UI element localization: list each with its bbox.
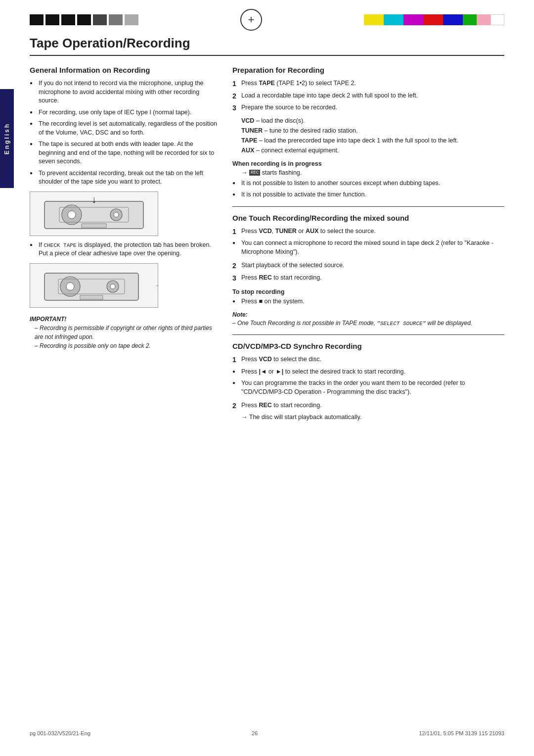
prep-section-title: Preparation for Recording <box>232 66 504 74</box>
color-bar-wrapper <box>0 0 534 36</box>
color-right-7 <box>477 14 490 25</box>
rec-badge: REC <box>249 170 260 176</box>
prep-step-3: 3 Prepare the source to be recorded. <box>232 103 504 113</box>
arrow-note-text: → The disc will start playback automatic… <box>241 414 361 421</box>
one-touch-step-1: 1 Press VCD, TUNER or AUX to select the … <box>232 227 504 237</box>
check-tape-note: If CHECK TAPE is displayed, the protecti… <box>30 241 218 258</box>
general-bullet-4: The tape is secured at both ends with le… <box>30 140 218 166</box>
cd-bullets: Press |◄ or ►| to select the desired tra… <box>232 368 504 397</box>
flash-text: starts flashing. <box>262 169 302 176</box>
color-right-3 <box>403 14 423 25</box>
cd-step-2: 2 Press REC to start recording. <box>232 401 504 411</box>
cd-synchro-title: CD/VCD/MP3-CD Synchro Recording <box>232 342 504 350</box>
footer-right: 12/11/01, 5:05 PM 3139 115 21093 <box>419 730 504 736</box>
svg-point-4 <box>114 212 119 217</box>
general-bullet-3: The recording level is set automatically… <box>30 120 218 137</box>
to-stop-bullet: Press ■ on the system. <box>232 297 504 306</box>
important-bullet-2: – Recording is possible only on tape dec… <box>35 341 218 350</box>
cd-arrow-note: → The disc will start playback automatic… <box>241 414 504 421</box>
general-bullet-5: To prevent accidental recording, break o… <box>30 169 218 187</box>
one-touch-step-2: 2 Start playback of the selected source. <box>232 261 504 271</box>
color-block-2 <box>45 14 59 25</box>
check-tape-list: If CHECK TAPE is displayed, the protecti… <box>30 241 218 258</box>
note-text-2: will be displayed. <box>426 320 472 327</box>
color-block-5 <box>93 14 107 25</box>
when-recording-bullet-2: It is not possible to activate the timer… <box>232 190 504 199</box>
svg-point-11 <box>110 284 115 289</box>
footer-left: pg 001-032/V520/21-Eng <box>30 730 90 736</box>
when-recording-flash: → REC starts flashing. <box>241 169 504 176</box>
color-block-1 <box>30 14 44 25</box>
color-block-4 <box>77 14 91 25</box>
important-box: IMPORTANT! – Recording is permissible if… <box>30 315 218 350</box>
when-recording-header: When recording is in progress <box>232 160 504 167</box>
to-stop-list: Press ■ on the system. <box>232 297 504 306</box>
color-right-8 <box>490 14 504 25</box>
prep-step-2: 2 Load a recordable tape into tape deck … <box>232 92 504 101</box>
crosshair-icon <box>240 9 262 31</box>
cd-bullet-2: You can programme the tracks in the orde… <box>232 379 504 396</box>
english-sidebar: English <box>0 89 14 188</box>
color-right-2 <box>384 14 403 25</box>
general-bullet-1: If you do not intend to record via the m… <box>30 79 218 105</box>
main-content: Tape Operation/Recording General Informa… <box>0 36 534 450</box>
color-bar-left <box>30 14 138 25</box>
svg-point-9 <box>66 283 74 290</box>
footer-center: 26 <box>252 730 258 736</box>
color-right-5 <box>443 14 463 25</box>
tape-diagram-2: → <box>30 263 158 308</box>
cd-bullet-1: Press |◄ or ►| to select the desired tra… <box>232 368 504 377</box>
cassette-svg-2 <box>40 268 148 303</box>
to-stop-header: To stop recording <box>232 288 504 295</box>
when-recording-bullets: It is not possible to listen to another … <box>232 179 504 199</box>
color-right-6 <box>463 14 477 25</box>
general-bullet-2: For recording, use only tape of IEC type… <box>30 108 218 117</box>
general-info-list: If you do not intend to record via the m… <box>30 79 218 187</box>
prep-vcd: VCD – load the disc(s). <box>241 116 504 126</box>
divider-1 <box>232 206 504 207</box>
when-recording-bullet-1: It is not possible to listen to another … <box>232 179 504 188</box>
left-section-title: General Information on Recording <box>30 66 218 74</box>
content-columns: General Information on Recording If you … <box>30 66 504 421</box>
divider-2 <box>232 334 504 335</box>
prep-tape: TAPE – load the prerecorded tape into ta… <box>241 136 504 145</box>
one-touch-step-3: 3 Press REC to start recording. <box>232 274 504 284</box>
prep-step-1: 1 Press TAPE (TAPE 1•2) to select TAPE 2… <box>232 79 504 89</box>
color-bar-right <box>364 14 504 25</box>
one-touch-bullets: You can connect a microphone to record t… <box>232 239 504 256</box>
note-box: Note: – One Touch Recording is not possi… <box>232 311 504 328</box>
english-label: English <box>3 123 10 154</box>
svg-rect-13 <box>80 295 103 299</box>
important-title: IMPORTANT! <box>30 315 218 324</box>
cd-step-1: 1 Press VCD to select the disc. <box>232 355 504 365</box>
page-title: Tape Operation/Recording <box>30 36 504 56</box>
color-block-6 <box>109 14 123 25</box>
prep-aux: AUX – connect external equipment. <box>241 145 504 155</box>
important-bullet-1: – Recording is permissible if copyright … <box>35 324 218 341</box>
arrow-ptr: → <box>241 169 249 176</box>
prep-tuner: TUNER – tune to the desired radio statio… <box>241 126 504 136</box>
color-right-4 <box>423 14 443 25</box>
color-block-7 <box>125 14 138 25</box>
note-title: Note: <box>232 311 248 318</box>
color-right-1 <box>364 14 384 25</box>
tape-diagram-1: ↓ <box>30 191 158 236</box>
left-column: General Information on Recording If you … <box>30 66 218 421</box>
one-touch-title: One Touch Recording/Recording the mixed … <box>232 214 504 222</box>
color-block-3 <box>61 14 75 25</box>
color-bar-center <box>138 9 364 31</box>
note-text-1: – One Touch Recording is not possible in… <box>232 320 377 327</box>
svg-rect-6 <box>82 224 106 228</box>
svg-point-2 <box>68 211 76 219</box>
note-select-source: "SELECT SOURCE" <box>377 321 426 327</box>
page-footer: pg 001-032/V520/21-Eng 26 12/11/01, 5:05… <box>0 722 534 741</box>
right-column: Preparation for Recording 1 Press TAPE (… <box>232 66 504 421</box>
one-touch-mic-bullet: You can connect a microphone to record t… <box>232 239 504 256</box>
prep-sub-items: VCD – load the disc(s). TUNER – tune to … <box>241 116 504 155</box>
